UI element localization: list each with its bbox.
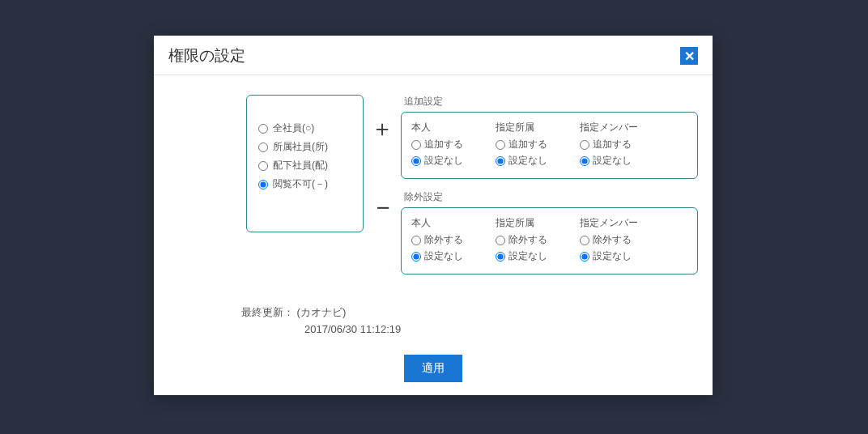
radio-label: 設定なし [508, 154, 547, 168]
remove-self-radio-none[interactable] [411, 252, 421, 262]
scope-option-subordinate[interactable]: 配下社員(配) [258, 159, 351, 172]
remove-member-radio-remove[interactable] [580, 236, 589, 245]
scope-label: 配下社員(配) [273, 159, 328, 172]
radio-label: 設定なし [424, 249, 463, 263]
add-self-radio-add[interactable] [411, 140, 421, 150]
remove-member-radio-none[interactable] [580, 252, 589, 262]
remove-dept-radio-none[interactable] [496, 252, 505, 262]
remove-member-none[interactable]: 設定なし [580, 249, 645, 263]
remove-dept-remove[interactable]: 除外する [496, 233, 560, 247]
radio-label: 追加する [424, 138, 463, 151]
modal-footer: 適用 [154, 342, 713, 395]
columns-layout: 全社員(○) 所属社員(所) 配下社員(配) 閲覧不可(－) ＋ － [168, 95, 698, 286]
remove-col-title: 本人 [411, 216, 476, 230]
scope-option-noview[interactable]: 閲覧不可(－) [258, 177, 351, 191]
plus-icon: ＋ [370, 117, 394, 140]
add-self-radio-none[interactable] [411, 156, 421, 166]
add-member-none[interactable]: 設定なし [580, 154, 645, 168]
close-icon: ✕ [684, 49, 695, 64]
scope-label: 所属社員(所) [273, 140, 328, 154]
remove-self-radio-remove[interactable] [411, 236, 421, 245]
add-col-member: 指定メンバー 追加する 設定なし [580, 121, 645, 170]
remove-col-title: 指定所属 [496, 216, 560, 230]
remove-col-self: 本人 除外する 設定なし [411, 216, 476, 266]
close-button[interactable]: ✕ [680, 47, 698, 65]
modal-body: 全社員(○) 所属社員(所) 配下社員(配) 閲覧不可(－) ＋ － [154, 75, 713, 342]
add-dept-none[interactable]: 設定なし [496, 154, 560, 168]
scope-label: 全社員(○) [273, 121, 314, 135]
remove-col-title: 指定メンバー [580, 216, 645, 230]
add-dept-add[interactable]: 追加する [496, 138, 560, 151]
scope-label: 閲覧不可(－) [273, 177, 328, 191]
remove-section-label: 除外設定 [401, 190, 698, 204]
scope-radio-all[interactable] [258, 124, 268, 134]
modal-header: 権限の設定 ✕ [154, 36, 713, 75]
remove-dept-none[interactable]: 設定なし [496, 249, 560, 263]
add-member-radio-add[interactable] [580, 140, 589, 150]
last-update-info: 最終更新： (カオナビ) 2017/06/30 11:12:19 [168, 305, 698, 335]
add-col-title: 指定所属 [496, 121, 560, 134]
scope-radio-subordinate[interactable] [258, 161, 268, 171]
scope-box: 全社員(○) 所属社員(所) 配下社員(配) 閲覧不可(－) [246, 95, 364, 232]
remove-member-remove[interactable]: 除外する [580, 233, 645, 247]
add-dept-radio-none[interactable] [496, 156, 505, 166]
add-section-label: 追加設定 [401, 95, 698, 108]
permission-modal: 権限の設定 ✕ 全社員(○) 所属社員(所) 配下社員(配) [154, 36, 713, 395]
scope-radio-belong[interactable] [258, 143, 268, 152]
remove-dept-radio-remove[interactable] [496, 236, 505, 245]
minus-icon: － [370, 194, 394, 219]
add-col-self: 本人 追加する 設定なし [411, 121, 476, 170]
radio-label: 追加する [508, 138, 547, 151]
scope-option-belong[interactable]: 所属社員(所) [258, 140, 351, 154]
radio-label: 追加する [593, 138, 632, 151]
add-dept-radio-add[interactable] [496, 140, 505, 150]
radio-label: 設定なし [593, 154, 632, 168]
radio-label: 設定なし [593, 249, 632, 263]
remove-col-member: 指定メンバー 除外する 設定なし [580, 216, 645, 266]
last-update-label: 最終更新： (カオナビ) [241, 305, 698, 320]
add-self-none[interactable]: 設定なし [411, 154, 476, 168]
add-member-add[interactable]: 追加する [580, 138, 645, 151]
add-col-title: 本人 [411, 121, 476, 134]
radio-label: 除外する [424, 233, 463, 247]
add-self-add[interactable]: 追加する [411, 138, 476, 151]
radio-label: 設定なし [424, 154, 463, 168]
add-col-title: 指定メンバー [580, 121, 645, 134]
add-box: 本人 追加する 設定なし 指定所属 [401, 112, 698, 179]
apply-button[interactable]: 適用 [404, 355, 462, 382]
modal-title: 権限の設定 [168, 45, 245, 66]
remove-self-remove[interactable]: 除外する [411, 233, 476, 247]
scope-option-all[interactable]: 全社員(○) [258, 121, 351, 135]
radio-label: 除外する [593, 233, 632, 247]
remove-box: 本人 除外する 設定なし 指定所属 [401, 207, 698, 274]
remove-col-dept: 指定所属 除外する 設定なし [496, 216, 560, 266]
right-column: 追加設定 本人 追加する 設定なし 指定所属 [401, 95, 698, 286]
scope-radio-noview[interactable] [258, 180, 268, 189]
add-col-dept: 指定所属 追加する 設定なし [496, 121, 560, 170]
sign-column: ＋ － [370, 95, 394, 219]
radio-label: 除外する [508, 233, 547, 247]
last-update-timestamp: 2017/06/30 11:12:19 [241, 323, 698, 335]
add-member-radio-none[interactable] [580, 156, 589, 166]
radio-label: 設定なし [508, 249, 547, 263]
remove-self-none[interactable]: 設定なし [411, 249, 476, 263]
